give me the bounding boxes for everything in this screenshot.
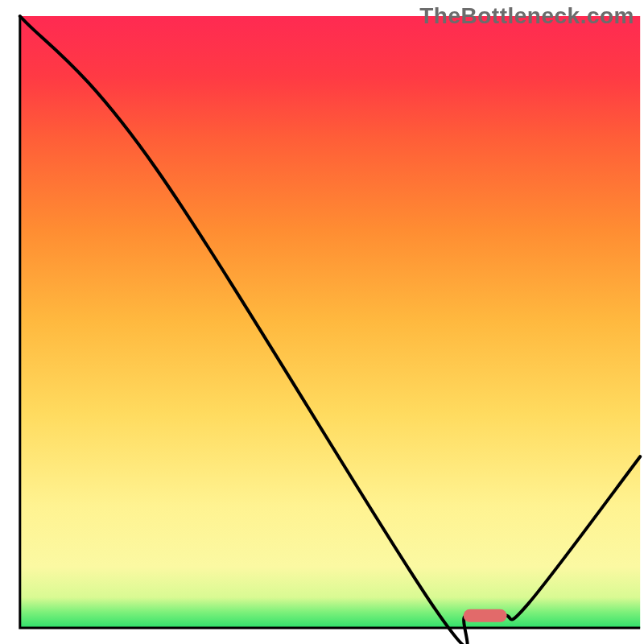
gradient-background	[20, 16, 640, 628]
watermark-text: TheBottleneck.com	[419, 3, 634, 29]
chart-svg	[0, 0, 644, 644]
optimal-marker	[464, 609, 507, 622]
bottleneck-chart: TheBottleneck.com	[0, 0, 644, 644]
